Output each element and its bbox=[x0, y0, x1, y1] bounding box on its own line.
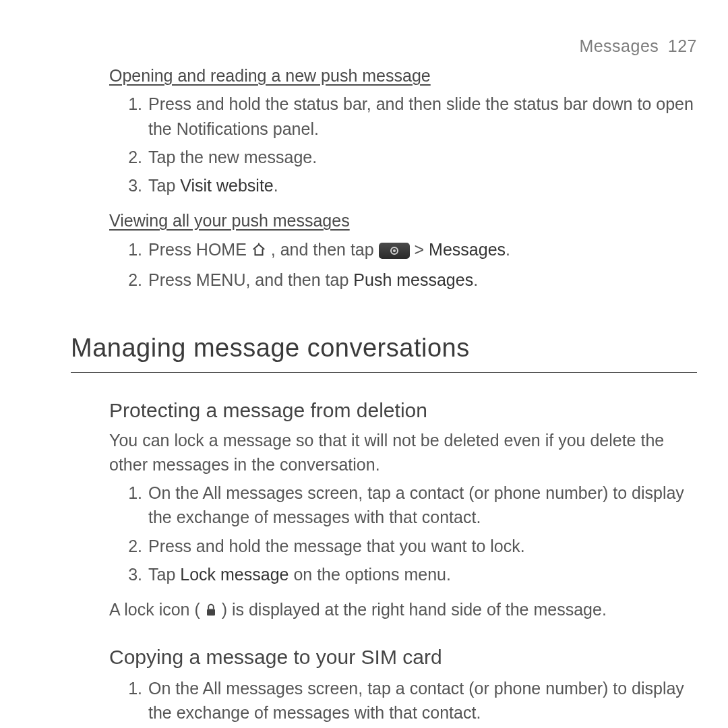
step-text: , and then tap bbox=[271, 240, 379, 259]
running-header: Messages 127 bbox=[579, 34, 697, 58]
list-item: Tap Visit website. bbox=[147, 173, 697, 198]
subheading-view-push: Viewing all your push messages bbox=[109, 208, 697, 233]
heading-managing-conversations: Managing message conversations bbox=[71, 330, 697, 367]
page: Messages 127 Opening and reading a new p… bbox=[0, 0, 728, 728]
step-text: Press MENU, and then tap bbox=[148, 270, 353, 289]
apps-icon bbox=[379, 243, 410, 259]
svg-rect-0 bbox=[207, 609, 215, 616]
list-item: Press and hold the message that you want… bbox=[147, 534, 697, 558]
ui-label-push-messages: Push messages bbox=[353, 270, 473, 289]
step-text: Tap the new message. bbox=[148, 148, 317, 166]
ui-label-visit-website: Visit website bbox=[180, 176, 274, 195]
page-content: Opening and reading a new push message P… bbox=[109, 55, 697, 728]
step-text: . bbox=[473, 270, 478, 289]
step-text: on the options menu. bbox=[289, 565, 450, 584]
list-item: Tap the new message. bbox=[147, 145, 697, 169]
section-name: Messages bbox=[579, 36, 659, 55]
list-item: Press MENU, and then tap Push messages. bbox=[147, 268, 697, 292]
step-text: Press and hold the message that you want… bbox=[148, 537, 525, 555]
list-item: On the All messages screen, tap a contac… bbox=[147, 676, 697, 725]
lock-icon bbox=[205, 599, 217, 624]
text: ) is displayed at the right hand side of… bbox=[222, 600, 607, 619]
step-text: . bbox=[506, 240, 510, 259]
list-item: On the All messages screen, tap a contac… bbox=[147, 481, 697, 530]
list-item: Press and hold the status bar, and then … bbox=[147, 92, 697, 141]
step-text: Tap bbox=[148, 176, 180, 195]
section-divider: Managing message conversations bbox=[71, 330, 697, 373]
list-item: Press HOME , and then tap > Messages. bbox=[147, 237, 697, 264]
steps-open-push: Press and hold the status bar, and then … bbox=[109, 92, 697, 198]
step-text: > bbox=[415, 240, 429, 259]
step-text: Press HOME bbox=[148, 240, 251, 259]
ui-label-lock-message: Lock message bbox=[180, 565, 289, 584]
steps-copy-sim: On the All messages screen, tap a contac… bbox=[109, 676, 697, 728]
text: A lock icon ( bbox=[109, 600, 205, 619]
page-number: 127 bbox=[668, 36, 697, 55]
heading-copy-to-sim: Copying a message to your SIM card bbox=[109, 642, 697, 672]
paragraph: A lock icon ( ) is displayed at the righ… bbox=[109, 597, 697, 624]
steps-view-push: Press HOME , and then tap > Messages. Pr… bbox=[109, 237, 697, 293]
step-text: On the All messages screen, tap a contac… bbox=[148, 483, 684, 526]
step-text: Press and hold the status bar, and then … bbox=[148, 94, 694, 138]
heading-protecting-message: Protecting a message from deletion bbox=[109, 396, 697, 425]
steps-protect-message: On the All messages screen, tap a contac… bbox=[109, 481, 697, 586]
home-icon bbox=[251, 239, 266, 264]
step-text: . bbox=[274, 176, 278, 195]
step-text: Tap bbox=[148, 565, 180, 584]
subheading-open-push: Opening and reading a new push message bbox=[109, 63, 697, 88]
ui-label-messages: Messages bbox=[429, 240, 506, 259]
paragraph: You can lock a message so that it will n… bbox=[109, 428, 697, 477]
step-text: On the All messages screen, tap a contac… bbox=[148, 679, 684, 722]
list-item: Tap Lock message on the options menu. bbox=[147, 562, 697, 586]
